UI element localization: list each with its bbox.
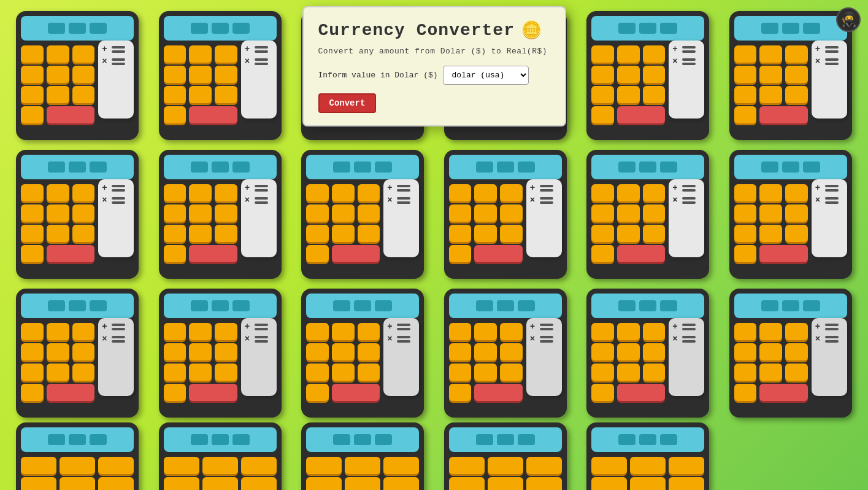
modal-subtitle: Convert any amount from Dolar ($) to Rea… [318, 47, 550, 56]
input-label: Inform value in Dolar ($) [318, 71, 438, 80]
avatar-icon: 🥷 [840, 12, 857, 28]
convert-button[interactable]: Convert [318, 93, 377, 113]
modal-header: Currency Converter 🪙 [318, 20, 550, 41]
currency-converter-card: Currency Converter 🪙 Convert any amount … [302, 6, 566, 126]
modal-form: Inform value in Dolar ($) dolar (usa) eu… [318, 66, 550, 85]
modal-overlay: Currency Converter 🪙 Convert any amount … [0, 0, 868, 490]
currency-select[interactable]: dolar (usa) euro pound yen [443, 66, 529, 85]
coin-icon: 🪙 [521, 20, 542, 41]
avatar[interactable]: 🥷 [836, 7, 861, 32]
modal-title: Currency Converter [318, 21, 515, 40]
